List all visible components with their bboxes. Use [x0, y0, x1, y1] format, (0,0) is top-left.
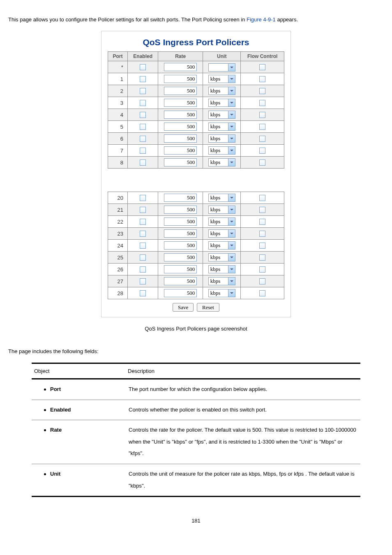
- flow-checkbox[interactable]: [259, 266, 265, 273]
- enabled-checkbox[interactable]: [140, 243, 146, 249]
- flow-checkbox[interactable]: [259, 88, 265, 94]
- unit-select[interactable]: kbps: [208, 146, 235, 155]
- port-cell: 26: [108, 264, 128, 275]
- flow-checkbox[interactable]: [259, 64, 265, 70]
- flow-checkbox[interactable]: [259, 76, 265, 82]
- rate-input[interactable]: 500: [164, 289, 197, 297]
- unit-select[interactable]: kbps: [208, 206, 235, 214]
- unit-select[interactable]: kbps: [208, 265, 235, 273]
- object-cell: Enabled: [32, 400, 125, 420]
- unit-select[interactable]: kbps: [208, 158, 235, 166]
- enabled-checkbox[interactable]: [140, 231, 146, 237]
- unit-select[interactable]: kbps: [208, 111, 235, 119]
- intro-text-pre: This page allows you to configure the Po…: [8, 16, 247, 23]
- enabled-checkbox[interactable]: [140, 148, 146, 154]
- enabled-checkbox[interactable]: [140, 290, 146, 296]
- fields-row: RateControls the rate for the policer. T…: [32, 420, 360, 464]
- rate-input[interactable]: 500: [164, 194, 197, 202]
- port-cell: 20: [108, 192, 128, 204]
- enabled-checkbox[interactable]: [140, 160, 146, 166]
- unit-select[interactable]: kbps: [208, 253, 235, 261]
- col-unit: Unit: [203, 52, 241, 61]
- enabled-cell: [127, 61, 158, 73]
- unit-select[interactable]: kbps: [208, 277, 235, 285]
- enabled-checkbox[interactable]: [140, 195, 146, 201]
- unit-select[interactable]: kbps: [208, 123, 235, 131]
- unit-select[interactable]: [208, 63, 235, 72]
- rate-input[interactable]: 500: [164, 206, 197, 214]
- fields-header-object: Object: [32, 363, 125, 379]
- enabled-checkbox[interactable]: [140, 112, 146, 118]
- rate-input[interactable]: 500: [164, 253, 197, 261]
- rate-input[interactable]: 500: [164, 87, 197, 95]
- rate-input[interactable]: 500: [164, 217, 197, 226]
- unit-select[interactable]: kbps: [208, 87, 235, 95]
- unit-cell: kbps: [203, 133, 241, 145]
- unit-select[interactable]: kbps: [208, 75, 235, 83]
- rate-cell: 500: [158, 204, 203, 216]
- enabled-checkbox[interactable]: [140, 76, 146, 82]
- unit-select[interactable]: kbps: [208, 229, 235, 238]
- enabled-checkbox[interactable]: [140, 219, 146, 225]
- flow-checkbox[interactable]: [259, 124, 265, 130]
- figure-link[interactable]: Figure 4-9-1: [247, 16, 276, 23]
- rate-input[interactable]: 500: [164, 111, 197, 119]
- rate-input[interactable]: 500: [164, 63, 197, 71]
- flow-checkbox[interactable]: [259, 100, 265, 106]
- unit-select[interactable]: kbps: [208, 134, 235, 143]
- rate-input[interactable]: 500: [164, 146, 197, 155]
- flow-cell: [241, 275, 284, 287]
- enabled-checkbox[interactable]: [140, 88, 146, 94]
- unit-select[interactable]: kbps: [208, 241, 235, 250]
- enabled-cell: [127, 228, 158, 240]
- rate-cell: 500: [158, 157, 203, 169]
- fields-header-description: Description: [125, 363, 360, 379]
- description-cell: Controls whether the policer is enabled …: [125, 400, 360, 420]
- rate-input[interactable]: 500: [164, 158, 197, 166]
- enabled-checkbox[interactable]: [140, 254, 146, 261]
- flow-checkbox[interactable]: [259, 243, 265, 249]
- flow-checkbox[interactable]: [259, 219, 265, 225]
- flow-checkbox[interactable]: [259, 254, 265, 261]
- flow-checkbox[interactable]: [259, 136, 265, 142]
- flow-cell: [241, 252, 284, 264]
- enabled-cell: [127, 275, 158, 287]
- enabled-checkbox[interactable]: [140, 64, 146, 70]
- enabled-checkbox[interactable]: [140, 136, 146, 142]
- flow-checkbox[interactable]: [259, 112, 265, 118]
- flow-checkbox[interactable]: [259, 160, 265, 166]
- flow-checkbox[interactable]: [259, 148, 265, 154]
- unit-select[interactable]: kbps: [208, 194, 235, 202]
- flow-cell: [241, 228, 284, 240]
- rate-input[interactable]: 500: [164, 265, 197, 273]
- rate-input[interactable]: 500: [164, 123, 197, 131]
- flow-checkbox[interactable]: [259, 195, 265, 201]
- rate-input[interactable]: 500: [164, 75, 197, 83]
- flow-cell: [241, 133, 284, 145]
- enabled-checkbox[interactable]: [140, 278, 146, 284]
- rate-input[interactable]: 500: [164, 134, 197, 143]
- port-cell: 5: [108, 121, 128, 133]
- port-cell: 22: [108, 216, 128, 228]
- rate-input[interactable]: 500: [164, 229, 197, 238]
- unit-select[interactable]: kbps: [208, 289, 235, 297]
- flow-checkbox[interactable]: [259, 290, 265, 296]
- enabled-checkbox[interactable]: [140, 266, 146, 273]
- flow-checkbox[interactable]: [259, 231, 265, 237]
- table-row: 7500kbps: [108, 145, 284, 157]
- enabled-checkbox[interactable]: [140, 100, 146, 106]
- port-cell: 3: [108, 97, 128, 109]
- unit-select[interactable]: kbps: [208, 217, 235, 226]
- unit-select[interactable]: kbps: [208, 99, 235, 107]
- flow-checkbox[interactable]: [259, 207, 265, 213]
- enabled-checkbox[interactable]: [140, 124, 146, 130]
- flow-checkbox[interactable]: [259, 278, 265, 284]
- rate-input[interactable]: 500: [164, 241, 197, 250]
- save-button[interactable]: Save: [173, 303, 194, 312]
- enabled-checkbox[interactable]: [140, 207, 146, 213]
- reset-button[interactable]: Reset: [197, 303, 219, 312]
- rate-cell: 500: [158, 240, 203, 252]
- table-row: 5500kbps: [108, 121, 284, 133]
- rate-input[interactable]: 500: [164, 277, 197, 285]
- rate-input[interactable]: 500: [164, 99, 197, 107]
